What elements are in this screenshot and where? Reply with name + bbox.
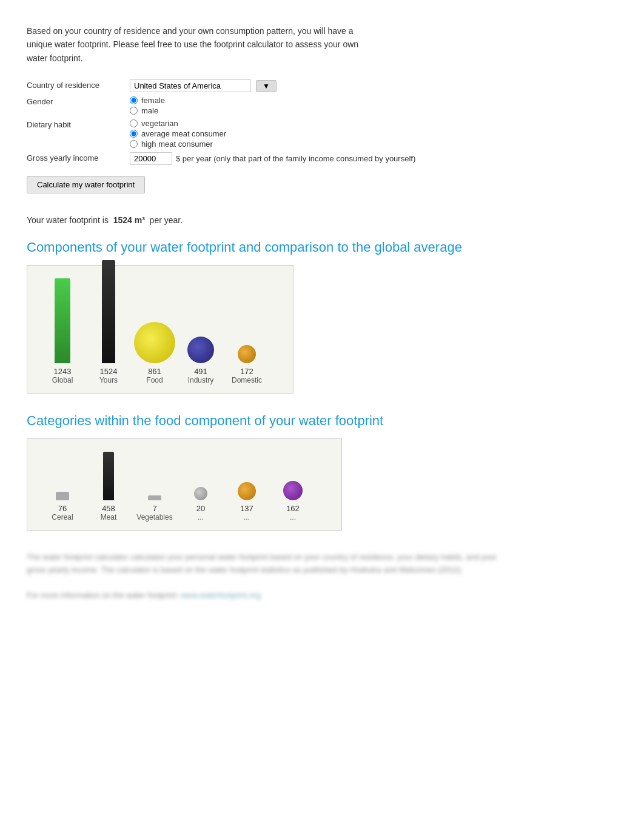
food-chart-heading: Categories within the food component of … [27,413,617,429]
bar-cereal-value: 76 [58,504,67,513]
bar-cat5-value: 137 [240,504,253,513]
dietary-high-label: high meat consumer [141,139,213,149]
dietary-average-option[interactable]: average meat consumer [130,129,226,138]
result-suffix: per year. [150,215,183,225]
intro-paragraph: Based on your country of residence and y… [27,24,378,65]
blob-cat4 [194,487,207,500]
gender-male-label: male [141,106,158,115]
bar-group-domestic: 172 Domestic [224,260,270,384]
bar-meat [103,452,114,500]
result-value: 1524 m³ [113,215,145,225]
gender-female-label: female [141,96,165,105]
main-chart-bars: 1243 Global 1524 Yours 861 Food 491 [39,278,281,387]
bar-cat4-value: 20 [196,504,205,513]
bar-cat5-label: ... [244,513,250,521]
main-chart: 1243 Global 1524 Yours 861 Food 491 [27,265,293,394]
bar-group-global: 1243 Global [39,278,86,384]
blob-cat6 [283,481,303,500]
bar-cereal-label: Cereal [52,513,73,521]
bar-industry-label: Industry [188,376,214,384]
dietary-high-radio[interactable] [130,140,138,148]
bar-group-cat6: 162 ... [270,440,316,521]
dietary-vegetarian-radio[interactable] [130,119,138,127]
calculator-form: Country of residence ▼ Gender female mal… [27,79,617,203]
dietary-label: Dietary habit [27,119,130,129]
gender-female-option[interactable]: female [130,96,165,105]
country-input-group: ▼ [130,79,277,92]
bar-industry-value: 491 [194,367,207,376]
bar-vegetables-label: Vegetables [136,513,172,521]
bar-cat4-label: ... [198,513,204,521]
country-label: Country of residence [27,79,130,90]
country-input[interactable] [130,79,251,92]
dietary-average-label: average meat consumer [141,129,226,138]
blob-domestic [238,345,256,363]
bar-yours [102,260,115,363]
bar-group-cereal: 76 Cereal [39,440,86,521]
bar-group-cat5: 137 ... [224,440,270,521]
bar-meat-value: 458 [102,504,115,513]
gender-row: Gender female male [27,96,617,115]
income-suffix: $ per year (only that part of the family… [176,154,415,163]
gender-female-radio[interactable] [130,96,138,104]
income-row: Gross yearly income $ per year (only tha… [27,152,617,165]
dietary-average-radio[interactable] [130,130,138,138]
dietary-options: vegetarian average meat consumer high me… [130,119,226,149]
blurred-footer: The water footprint calculator calculate… [27,551,512,602]
gender-male-radio[interactable] [130,107,138,115]
main-chart-heading: Components of your water footprint and c… [27,240,617,255]
income-input[interactable] [130,152,172,165]
bar-group-yours: 1524 Yours [86,260,132,384]
bar-domestic-value: 172 [240,367,253,376]
bar-cat6-label: ... [290,513,296,521]
income-input-group: $ per year (only that part of the family… [130,152,415,165]
blob-food [134,322,175,363]
gender-male-option[interactable]: male [130,106,165,115]
bar-yours-label: Yours [99,376,118,384]
bar-cat6-value: 162 [286,504,300,513]
bar-global-label: Global [52,376,73,384]
bar-group-food: 861 Food [132,260,178,384]
dietary-row: Dietary habit vegetarian average meat co… [27,119,617,149]
bar-group-vegetables: 7 Vegetables [132,440,178,521]
income-label: Gross yearly income [27,152,130,163]
food-chart-bars: 76 Cereal 458 Meat 7 Vegetables [39,451,329,524]
bar-global-value: 1243 [54,367,72,376]
gender-label: Gender [27,96,130,106]
bar-group-meat: 458 Meat [86,440,132,521]
calculate-button[interactable]: Calculate my water footprint [27,176,145,193]
dietary-vegetarian-option[interactable]: vegetarian [130,119,226,128]
blurred-link: www.waterfootprint.org [181,591,261,600]
blurred-text-2: For more information on the water footpr… [27,589,512,602]
bar-cereal [56,492,69,500]
country-dropdown-button[interactable]: ▼ [256,80,277,92]
bar-global [55,278,70,363]
dietary-vegetarian-label: vegetarian [141,119,178,128]
bar-group-cat4: 20 ... [178,440,224,521]
result-display: Your water footprint is 1524 m³ per year… [27,215,617,225]
result-prefix: Your water footprint is [27,215,109,225]
bar-vegetables-value: 7 [152,504,156,513]
blob-industry [187,337,214,363]
dietary-high-option[interactable]: high meat consumer [130,139,226,149]
bar-food-label: Food [146,376,163,384]
country-row: Country of residence ▼ [27,79,617,92]
blurred-text-1: The water footprint calculator calculate… [27,551,512,577]
bar-group-industry: 491 Industry [178,260,224,384]
bar-domestic-label: Domestic [232,376,262,384]
blob-cat5 [238,482,256,500]
bar-food-value: 861 [148,367,161,376]
bar-yours-value: 1524 [100,367,118,376]
gender-options: female male [130,96,165,115]
food-chart: 76 Cereal 458 Meat 7 Vegetables [27,438,342,531]
bar-meat-label: Meat [101,513,117,521]
bar-vegetables [148,495,161,500]
